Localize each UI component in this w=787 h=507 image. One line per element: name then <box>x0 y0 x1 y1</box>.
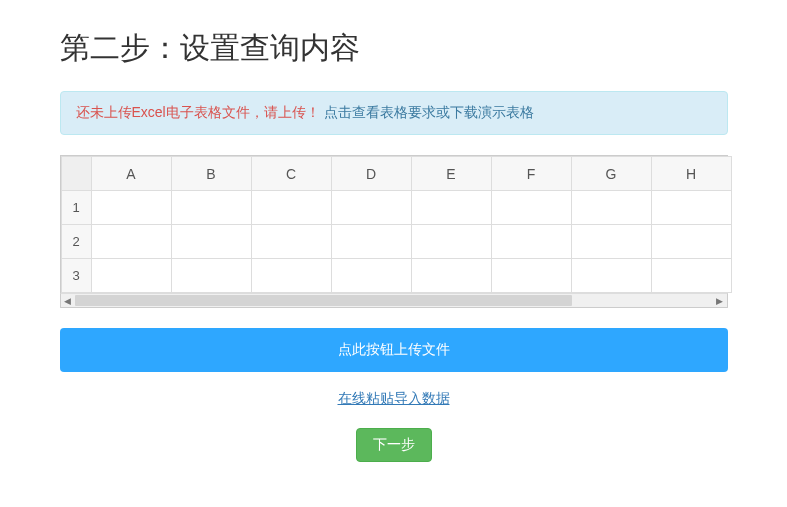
upload-warning-alert: 还未上传Excel电子表格文件，请上传！ 点击查看表格要求或下载演示表格 <box>60 91 728 135</box>
spreadsheet-preview: A B C D E F G H 1 <box>60 155 728 293</box>
table-row: 2 <box>61 225 731 259</box>
cell[interactable] <box>171 225 251 259</box>
page-title: 第二步：设置查询内容 <box>60 28 728 69</box>
corner-cell <box>61 157 91 191</box>
cell[interactable] <box>171 259 251 293</box>
alert-demo-link[interactable]: 点击查看表格要求或下载演示表格 <box>324 104 534 120</box>
cell[interactable] <box>251 259 331 293</box>
table-row: 1 <box>61 191 731 225</box>
upload-file-button[interactable]: 点此按钮上传文件 <box>60 328 728 372</box>
cell[interactable] <box>651 259 731 293</box>
cell[interactable] <box>411 191 491 225</box>
scroll-left-arrow-icon[interactable]: ◀ <box>61 294 75 307</box>
alert-warning-text: 还未上传Excel电子表格文件，请上传！ <box>76 104 320 120</box>
row-header[interactable]: 2 <box>61 225 91 259</box>
col-header[interactable]: H <box>651 157 731 191</box>
row-header[interactable]: 3 <box>61 259 91 293</box>
paste-import-wrapper: 在线粘贴导入数据 <box>60 390 728 408</box>
spreadsheet-table: A B C D E F G H 1 <box>61 156 732 293</box>
cell[interactable] <box>651 191 731 225</box>
cell[interactable] <box>91 259 171 293</box>
scroll-right-arrow-icon[interactable]: ▶ <box>713 294 727 307</box>
cell[interactable] <box>331 225 411 259</box>
cell[interactable] <box>491 259 571 293</box>
scrollbar-track[interactable] <box>75 294 713 307</box>
col-header[interactable]: G <box>571 157 651 191</box>
cell[interactable] <box>571 191 651 225</box>
cell[interactable] <box>411 259 491 293</box>
col-header[interactable]: F <box>491 157 571 191</box>
scrollbar-thumb[interactable] <box>75 295 573 306</box>
cell[interactable] <box>91 225 171 259</box>
cell[interactable] <box>571 225 651 259</box>
cell[interactable] <box>491 225 571 259</box>
cell[interactable] <box>171 191 251 225</box>
col-header[interactable]: E <box>411 157 491 191</box>
column-header-row: A B C D E F G H <box>61 157 731 191</box>
cell[interactable] <box>331 259 411 293</box>
cell[interactable] <box>91 191 171 225</box>
horizontal-scrollbar[interactable]: ◀ ▶ <box>60 293 728 308</box>
col-header[interactable]: C <box>251 157 331 191</box>
col-header[interactable]: D <box>331 157 411 191</box>
cell[interactable] <box>491 191 571 225</box>
cell[interactable] <box>571 259 651 293</box>
cell[interactable] <box>331 191 411 225</box>
row-header[interactable]: 1 <box>61 191 91 225</box>
paste-import-link[interactable]: 在线粘贴导入数据 <box>338 390 450 406</box>
col-header[interactable]: B <box>171 157 251 191</box>
cell[interactable] <box>411 225 491 259</box>
step2-container: 第二步：设置查询内容 还未上传Excel电子表格文件，请上传！ 点击查看表格要求… <box>60 0 728 462</box>
cell[interactable] <box>251 225 331 259</box>
cell[interactable] <box>651 225 731 259</box>
cell[interactable] <box>251 191 331 225</box>
col-header[interactable]: A <box>91 157 171 191</box>
table-row: 3 <box>61 259 731 293</box>
next-step-button[interactable]: 下一步 <box>356 428 432 462</box>
